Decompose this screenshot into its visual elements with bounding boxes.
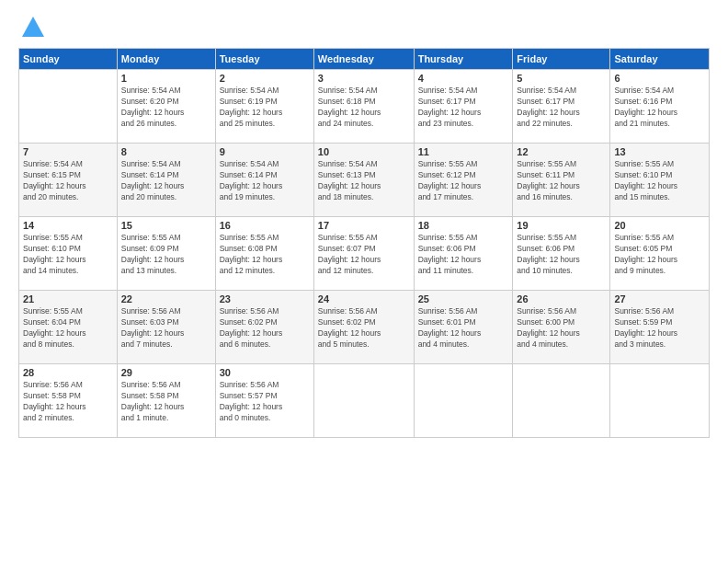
day-info: Sunrise: 5:55 AM Sunset: 6:09 PM Dayligh… [121,233,211,277]
day-info: Sunrise: 5:55 AM Sunset: 6:06 PM Dayligh… [418,233,509,277]
day-info: Sunrise: 5:55 AM Sunset: 6:10 PM Dayligh… [614,159,705,203]
day-number: 2 [220,73,310,84]
calendar-week-row: 21Sunrise: 5:55 AM Sunset: 6:04 PM Dayli… [19,291,710,364]
day-info: Sunrise: 5:55 AM Sunset: 6:07 PM Dayligh… [318,233,410,277]
calendar-cell: 25Sunrise: 5:56 AM Sunset: 6:01 PM Dayli… [414,291,513,364]
day-number: 8 [121,146,211,157]
calendar-cell [513,364,610,438]
day-info: Sunrise: 5:54 AM Sunset: 6:19 PM Dayligh… [220,86,310,130]
day-number: 10 [318,146,410,157]
day-of-week-header: Sunday [19,49,118,70]
day-number: 24 [318,293,410,304]
day-number: 20 [614,220,705,231]
calendar-cell: 9Sunrise: 5:54 AM Sunset: 6:14 PM Daylig… [215,144,313,217]
day-info: Sunrise: 5:54 AM Sunset: 6:20 PM Dayligh… [121,86,211,130]
day-number: 14 [23,220,113,231]
calendar-cell: 4Sunrise: 5:54 AM Sunset: 6:17 PM Daylig… [414,70,513,144]
day-info: Sunrise: 5:55 AM Sunset: 6:06 PM Dayligh… [517,233,606,277]
calendar-cell: 15Sunrise: 5:55 AM Sunset: 6:09 PM Dayli… [117,217,215,291]
day-number: 17 [318,220,410,231]
day-number: 26 [517,293,606,304]
day-info: Sunrise: 5:56 AM Sunset: 5:59 PM Dayligh… [614,306,705,350]
calendar-cell: 10Sunrise: 5:54 AM Sunset: 6:13 PM Dayli… [313,144,414,217]
day-info: Sunrise: 5:56 AM Sunset: 6:01 PM Dayligh… [418,306,509,350]
calendar-cell: 20Sunrise: 5:55 AM Sunset: 6:05 PM Dayli… [610,217,710,291]
calendar-cell [414,364,513,438]
day-info: Sunrise: 5:54 AM Sunset: 6:14 PM Dayligh… [220,159,310,203]
header [18,15,710,40]
calendar-cell: 7Sunrise: 5:54 AM Sunset: 6:15 PM Daylig… [19,144,118,217]
calendar-week-row: 28Sunrise: 5:56 AM Sunset: 5:58 PM Dayli… [19,364,710,438]
day-number: 4 [418,73,509,84]
day-number: 28 [23,367,113,378]
day-info: Sunrise: 5:54 AM Sunset: 6:15 PM Dayligh… [23,159,113,203]
day-of-week-header: Wednesday [313,49,414,70]
day-of-week-header: Saturday [610,49,710,70]
calendar-cell: 16Sunrise: 5:55 AM Sunset: 6:08 PM Dayli… [215,217,313,291]
calendar-cell: 28Sunrise: 5:56 AM Sunset: 5:58 PM Dayli… [19,364,118,438]
day-number: 6 [614,73,705,84]
day-number: 12 [517,146,606,157]
day-number: 25 [418,293,509,304]
day-number: 19 [517,220,606,231]
day-number: 9 [220,146,310,157]
calendar-cell: 29Sunrise: 5:56 AM Sunset: 5:58 PM Dayli… [117,364,215,438]
day-info: Sunrise: 5:54 AM Sunset: 6:13 PM Dayligh… [318,159,410,203]
day-info: Sunrise: 5:56 AM Sunset: 5:58 PM Dayligh… [121,380,211,424]
day-info: Sunrise: 5:55 AM Sunset: 6:11 PM Dayligh… [517,159,606,203]
calendar-cell: 24Sunrise: 5:56 AM Sunset: 6:02 PM Dayli… [313,291,414,364]
logo [18,15,46,40]
logo-icon [20,15,46,40]
day-info: Sunrise: 5:56 AM Sunset: 5:57 PM Dayligh… [220,380,310,424]
calendar-cell: 6Sunrise: 5:54 AM Sunset: 6:16 PM Daylig… [610,70,710,144]
day-info: Sunrise: 5:55 AM Sunset: 6:10 PM Dayligh… [23,233,113,277]
day-number: 11 [418,146,509,157]
day-number: 29 [121,367,211,378]
day-number: 1 [121,73,211,84]
calendar-cell: 8Sunrise: 5:54 AM Sunset: 6:14 PM Daylig… [117,144,215,217]
day-of-week-header: Friday [513,49,610,70]
calendar-cell: 14Sunrise: 5:55 AM Sunset: 6:10 PM Dayli… [19,217,118,291]
day-info: Sunrise: 5:54 AM Sunset: 6:18 PM Dayligh… [318,86,410,130]
calendar-cell: 26Sunrise: 5:56 AM Sunset: 6:00 PM Dayli… [513,291,610,364]
calendar-week-row: 1Sunrise: 5:54 AM Sunset: 6:20 PM Daylig… [19,70,710,144]
calendar-week-row: 14Sunrise: 5:55 AM Sunset: 6:10 PM Dayli… [19,217,710,291]
day-info: Sunrise: 5:55 AM Sunset: 6:05 PM Dayligh… [614,233,705,277]
calendar-cell: 27Sunrise: 5:56 AM Sunset: 5:59 PM Dayli… [610,291,710,364]
day-info: Sunrise: 5:54 AM Sunset: 6:16 PM Dayligh… [614,86,705,130]
calendar-cell: 18Sunrise: 5:55 AM Sunset: 6:06 PM Dayli… [414,217,513,291]
day-info: Sunrise: 5:55 AM Sunset: 6:12 PM Dayligh… [418,159,509,203]
day-of-week-header: Thursday [414,49,513,70]
calendar-cell: 13Sunrise: 5:55 AM Sunset: 6:10 PM Dayli… [610,144,710,217]
calendar-cell: 23Sunrise: 5:56 AM Sunset: 6:02 PM Dayli… [215,291,313,364]
calendar-cell: 2Sunrise: 5:54 AM Sunset: 6:19 PM Daylig… [215,70,313,144]
day-number: 15 [121,220,211,231]
calendar-cell: 11Sunrise: 5:55 AM Sunset: 6:12 PM Dayli… [414,144,513,217]
day-info: Sunrise: 5:54 AM Sunset: 6:17 PM Dayligh… [517,86,606,130]
day-number: 13 [614,146,705,157]
day-info: Sunrise: 5:55 AM Sunset: 6:04 PM Dayligh… [23,306,113,350]
calendar-cell: 30Sunrise: 5:56 AM Sunset: 5:57 PM Dayli… [215,364,313,438]
day-info: Sunrise: 5:54 AM Sunset: 6:17 PM Dayligh… [418,86,509,130]
calendar-cell [19,70,118,144]
day-info: Sunrise: 5:54 AM Sunset: 6:14 PM Dayligh… [121,159,211,203]
calendar-cell: 19Sunrise: 5:55 AM Sunset: 6:06 PM Dayli… [513,217,610,291]
day-info: Sunrise: 5:56 AM Sunset: 5:58 PM Dayligh… [23,380,113,424]
day-number: 3 [318,73,410,84]
day-info: Sunrise: 5:56 AM Sunset: 6:02 PM Dayligh… [318,306,410,350]
calendar-week-row: 7Sunrise: 5:54 AM Sunset: 6:15 PM Daylig… [19,144,710,217]
day-number: 27 [614,293,705,304]
calendar-cell: 5Sunrise: 5:54 AM Sunset: 6:17 PM Daylig… [513,70,610,144]
calendar-cell: 12Sunrise: 5:55 AM Sunset: 6:11 PM Dayli… [513,144,610,217]
day-number: 16 [220,220,310,231]
day-number: 21 [23,293,113,304]
day-number: 18 [418,220,509,231]
day-number: 23 [220,293,310,304]
day-of-week-header: Tuesday [215,49,313,70]
svg-marker-0 [22,17,44,37]
day-info: Sunrise: 5:56 AM Sunset: 6:02 PM Dayligh… [220,306,310,350]
calendar-cell [313,364,414,438]
day-number: 22 [121,293,211,304]
day-number: 5 [517,73,606,84]
calendar-cell: 22Sunrise: 5:56 AM Sunset: 6:03 PM Dayli… [117,291,215,364]
